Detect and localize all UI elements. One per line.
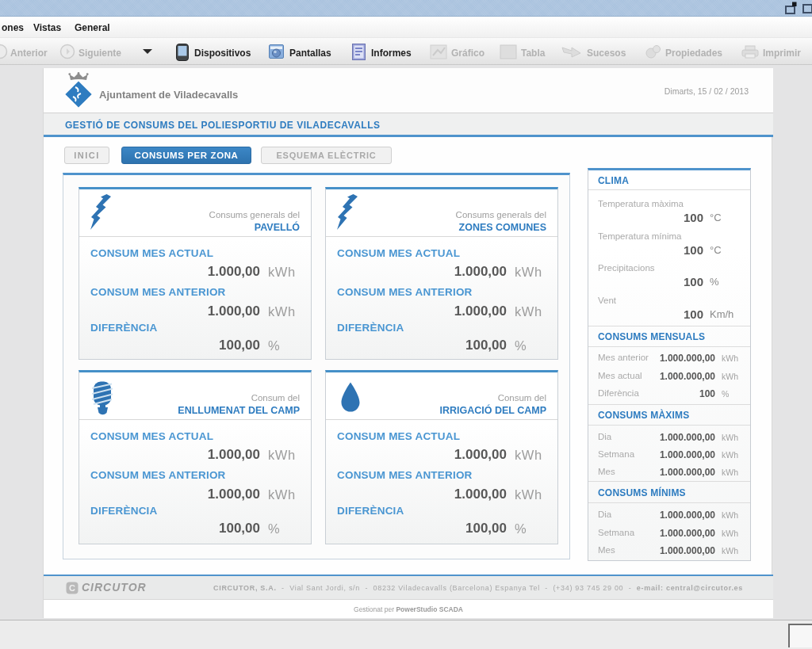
svg-text:C: C xyxy=(69,583,75,593)
